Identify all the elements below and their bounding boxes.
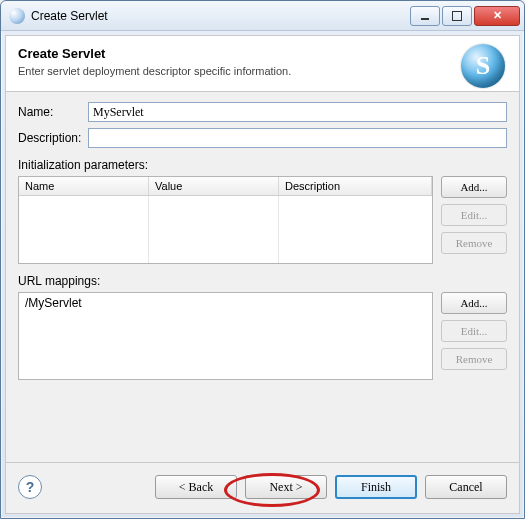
titlebar[interactable]: Create Servlet xyxy=(1,1,524,31)
init-remove-button: Remove xyxy=(441,232,507,254)
help-button[interactable]: ? xyxy=(18,475,42,499)
cancel-button[interactable]: Cancel xyxy=(425,475,507,499)
footer: ? < Back Next > Finish Cancel xyxy=(6,462,519,513)
init-params-table[interactable]: Name Value Description xyxy=(18,176,433,264)
finish-button[interactable]: Finish xyxy=(335,475,417,499)
url-mappings-area: /MyServlet Add... Edit... Remove xyxy=(18,292,507,380)
init-edit-button: Edit... xyxy=(441,204,507,226)
init-params-header: Name Value Description xyxy=(19,177,432,196)
app-icon xyxy=(9,8,25,24)
url-add-button[interactable]: Add... xyxy=(441,292,507,314)
servlet-icon-letter: S xyxy=(476,53,490,79)
col-description[interactable]: Description xyxy=(279,177,432,195)
window-controls xyxy=(410,6,524,26)
close-button[interactable] xyxy=(474,6,520,26)
col-value[interactable]: Value xyxy=(149,177,279,195)
servlet-icon: S xyxy=(461,44,505,88)
name-row: Name: xyxy=(18,102,507,122)
url-mapping-item[interactable]: /MyServlet xyxy=(25,296,426,310)
description-row: Description: xyxy=(18,128,507,148)
help-icon: ? xyxy=(26,479,35,495)
banner-heading: Create Servlet xyxy=(18,46,291,61)
content-area: Name: Description: Initialization parame… xyxy=(6,92,519,462)
init-params-buttons: Add... Edit... Remove xyxy=(441,176,507,254)
window-title: Create Servlet xyxy=(31,9,410,23)
description-input[interactable] xyxy=(88,128,507,148)
url-remove-button: Remove xyxy=(441,348,507,370)
maximize-button[interactable] xyxy=(442,6,472,26)
banner-text: Create Servlet Enter servlet deployment … xyxy=(18,46,291,77)
next-button[interactable]: Next > xyxy=(245,475,327,499)
url-edit-button: Edit... xyxy=(441,320,507,342)
banner-subtext: Enter servlet deployment descriptor spec… xyxy=(18,65,291,77)
init-add-button[interactable]: Add... xyxy=(441,176,507,198)
minimize-button[interactable] xyxy=(410,6,440,26)
url-mappings-list[interactable]: /MyServlet xyxy=(18,292,433,380)
description-label: Description: xyxy=(18,131,88,145)
url-mappings-buttons: Add... Edit... Remove xyxy=(441,292,507,370)
back-button[interactable]: < Back xyxy=(155,475,237,499)
name-label: Name: xyxy=(18,105,88,119)
init-params-body xyxy=(19,196,432,263)
init-params-label: Initialization parameters: xyxy=(18,158,507,172)
banner: Create Servlet Enter servlet deployment … xyxy=(6,36,519,92)
url-mappings-label: URL mappings: xyxy=(18,274,507,288)
init-params-area: Name Value Description Add... Edit... Re… xyxy=(18,176,507,264)
col-name[interactable]: Name xyxy=(19,177,149,195)
dialog-window: Create Servlet Create Servlet Enter serv… xyxy=(0,0,525,519)
name-input[interactable] xyxy=(88,102,507,122)
dialog-client: Create Servlet Enter servlet deployment … xyxy=(5,35,520,514)
